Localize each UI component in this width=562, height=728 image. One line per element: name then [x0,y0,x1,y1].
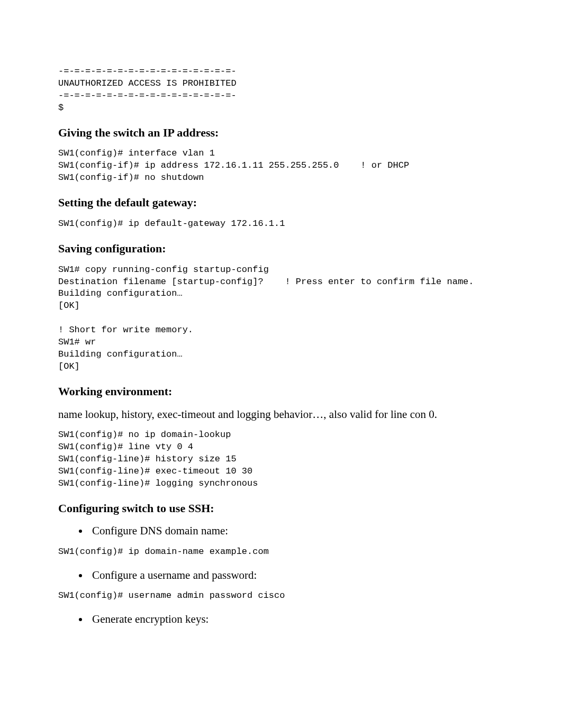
code-ssh-domain: SW1(config)# ip domain-name example.com [58,546,504,558]
heading-default-gateway: Setting the default gateway: [58,195,504,211]
text-working-env: name lookup, history, exec-timeout and l… [58,407,504,422]
list-item: Configure DNS domain name: [89,523,504,538]
bullet-list: Configure DNS domain name: [58,523,504,538]
code-working-env: SW1(config)# no ip domain-lookup SW1(con… [58,429,504,490]
code-saving-config: SW1# copy running-config startup-config … [58,264,504,373]
list-item: Configure a username and password: [89,568,504,583]
heading-ip-address: Giving the switch an IP address: [58,125,504,141]
banner-code-block: -=-=-=-=-=-=-=-=-=-=-=-=-=-=-=-=- UNAUTH… [58,66,504,114]
heading-ssh: Configuring switch to use SSH: [58,501,504,516]
code-ssh-username: SW1(config)# username admin password cis… [58,590,504,602]
list-item: Generate encryption keys: [89,612,504,626]
heading-working-env: Working environment: [58,384,504,399]
code-default-gateway: SW1(config)# ip default-gateway 172.16.1… [58,218,504,230]
bullet-list: Configure a username and password: [58,568,504,583]
bullet-list: Generate encryption keys: [58,612,504,626]
heading-saving-config: Saving configuration: [58,241,504,257]
code-ip-address: SW1(config)# interface vlan 1 SW1(config… [58,148,504,184]
